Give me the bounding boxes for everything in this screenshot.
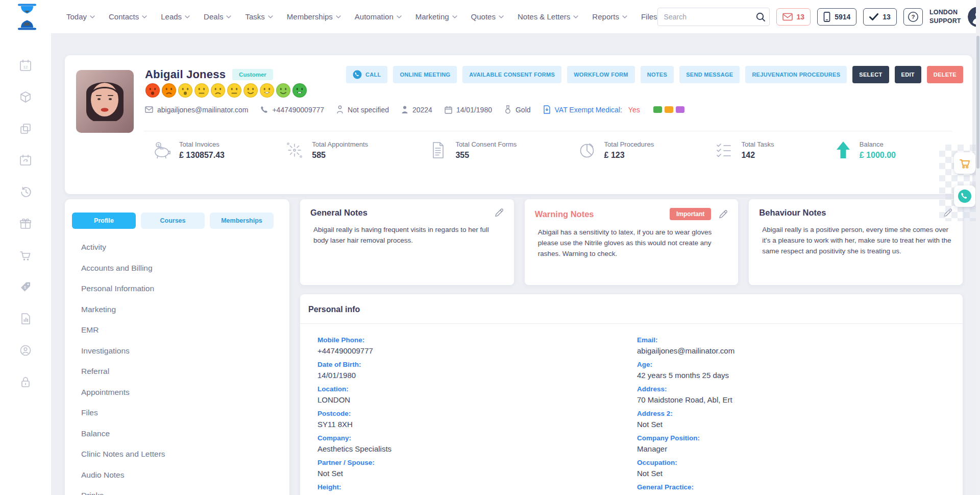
mood-delighted-icon[interactable] — [292, 83, 307, 98]
edit-note-pencil-icon[interactable] — [718, 209, 728, 219]
menu-item-accounts-and-billing[interactable]: Accounts and Billing — [81, 258, 289, 279]
select-button[interactable]: SELECT — [852, 66, 889, 83]
email-icon — [145, 106, 153, 113]
nav-files[interactable]: Files — [641, 12, 657, 21]
notes-button[interactable]: NOTES — [641, 66, 674, 83]
delete-button[interactable]: DELETE — [927, 66, 963, 83]
note-card-warning-notes: Warning NotesImportantAbigail has a sens… — [525, 199, 739, 285]
account-name-line2: SUPPORT — [929, 17, 961, 25]
info-row-occupation: Occupation:Not Set — [637, 459, 957, 483]
menu-item-appointments[interactable]: Appointments — [81, 382, 289, 403]
info-value: Not Set — [637, 420, 957, 429]
tasks-badge[interactable]: 13 — [863, 8, 897, 26]
nav-memberships[interactable]: Memberships — [287, 12, 341, 21]
client-type-badge: Customer — [232, 69, 273, 80]
menu-item-marketing[interactable]: Marketing — [81, 299, 289, 320]
workflow-form-button[interactable]: WORKFLOW FORM — [567, 66, 635, 83]
search-input[interactable] — [658, 13, 752, 21]
app-logo-hourglass-icon[interactable] — [15, 4, 39, 30]
info-label: Occupation: — [637, 459, 957, 466]
tab-profile[interactable]: Profile — [72, 213, 136, 229]
page-scrollbar[interactable] — [976, 0, 980, 495]
tab-courses[interactable]: Courses — [141, 213, 205, 229]
client-photo[interactable] — [76, 70, 134, 133]
tab-memberships[interactable]: Memberships — [210, 213, 274, 229]
sidebar-cart-icon[interactable] — [19, 249, 32, 262]
menu-item-investigations[interactable]: Investigations — [81, 341, 289, 362]
divider — [144, 131, 952, 131]
nav-automation[interactable]: Automation — [355, 12, 402, 21]
rejuvenation-procedures-button[interactable]: REJUVENATION PROCEDURES — [745, 66, 847, 83]
send-message-button[interactable]: SEND MESSAGE — [679, 66, 740, 83]
edit-button[interactable]: EDIT — [895, 66, 921, 83]
edit-note-pencil-icon[interactable] — [494, 208, 504, 218]
color-tag-2 — [665, 106, 673, 113]
nav-deals[interactable]: Deals — [204, 12, 231, 21]
help-button[interactable]: ? — [903, 8, 923, 26]
nav-reports[interactable]: Reports — [592, 12, 627, 21]
info-row-postcode: Postcode:SY11 8XH — [317, 410, 637, 434]
info-row-company-position: Company Position:Manager — [637, 434, 957, 459]
menu-item-clinic-notes-and-letters[interactable]: Clinic Notes and Letters — [81, 444, 289, 465]
cart-widget-button[interactable] — [954, 152, 975, 174]
tasks-count: 13 — [883, 13, 891, 21]
nav-notes-letters[interactable]: Notes & Letters — [518, 12, 578, 21]
call-widget-button[interactable] — [954, 185, 975, 207]
info-row-general-practice: General Practice: — [637, 483, 957, 495]
menu-item-activity[interactable]: Activity — [81, 237, 289, 258]
menu-item-emr[interactable]: EMR — [81, 320, 289, 341]
sidebar-lock-icon[interactable] — [19, 375, 32, 389]
menu-item-files[interactable]: Files — [81, 403, 289, 423]
nav-leads[interactable]: Leads — [161, 12, 190, 21]
sidebar-gift-icon[interactable] — [19, 217, 32, 230]
available-consent-forms-button[interactable]: AVAILABLE CONSENT FORMS — [462, 66, 561, 83]
menu-item-audio-notes[interactable]: Audio Notes — [81, 465, 289, 486]
sms-badge[interactable]: 5914 — [817, 8, 856, 26]
sidebar-report-icon[interactable] — [19, 312, 32, 325]
sidebar-history-icon[interactable] — [19, 185, 32, 199]
messages-badge[interactable]: 13 — [776, 8, 811, 26]
mood-neutral-icon[interactable] — [227, 83, 242, 98]
online-meeting-button[interactable]: ONLINE MEETING — [393, 66, 457, 83]
info-row-age: Age:42 years 5 months 25 days — [637, 361, 957, 385]
nav-today[interactable]: Today — [66, 12, 95, 21]
menu-item-balance[interactable]: Balance — [81, 423, 289, 444]
sidebar-calendar-icon[interactable]: 12 — [19, 59, 32, 72]
client-stats: $Total Invoices£ 130857.43Total Appointm… — [152, 140, 896, 160]
mood-pleased-icon[interactable] — [259, 83, 275, 98]
medal-icon — [504, 105, 511, 114]
nav-tasks[interactable]: Tasks — [245, 12, 273, 21]
sidebar-price-tag-icon[interactable]: $ — [19, 280, 32, 294]
scrollbar-thumb[interactable] — [976, 36, 979, 169]
nav-quotes[interactable]: Quotes — [471, 12, 504, 21]
mood-meh-icon[interactable] — [194, 83, 209, 98]
sidebar-duplicate-icon[interactable] — [19, 122, 32, 135]
gender-icon — [336, 105, 344, 114]
stat-label: Total Invoices — [179, 140, 225, 148]
menu-item-drinks[interactable]: Drinks — [81, 485, 289, 495]
mood-angry-icon[interactable] — [145, 83, 160, 98]
chevron-down-icon — [573, 15, 578, 18]
info-row-company: Company:Aesthetics Specialists — [317, 434, 637, 459]
info-label: Mobile Phone: — [317, 336, 637, 344]
menu-item-personal-information[interactable]: Personal Information — [81, 278, 289, 299]
duplicate-icon — [19, 122, 32, 135]
nav-marketing[interactable]: Marketing — [415, 12, 457, 21]
sidebar-user-circle-icon[interactable] — [19, 344, 32, 357]
menu-item-referral[interactable]: Referral — [81, 361, 289, 382]
mood-sad-icon[interactable] — [178, 83, 193, 98]
mood-content-icon[interactable] — [243, 83, 258, 98]
stat-total-procedures: Total Procedures£ 123 — [577, 140, 654, 160]
mood-displeased-icon[interactable] — [210, 83, 226, 98]
button-label: NOTES — [647, 72, 667, 78]
mood-happy-icon[interactable] — [276, 83, 291, 98]
svg-text:$: $ — [24, 286, 26, 289]
sidebar-calendar-sync-icon[interactable] — [19, 154, 32, 167]
search-icon[interactable] — [752, 8, 769, 26]
info-value: LONDON — [317, 395, 637, 404]
stat-value: £ 130857.43 — [179, 151, 225, 160]
sidebar-package-icon[interactable] — [19, 90, 32, 104]
mood-upset-icon[interactable] — [161, 83, 177, 98]
call-button[interactable]: CALL — [346, 66, 388, 83]
nav-contacts[interactable]: Contacts — [109, 12, 147, 21]
